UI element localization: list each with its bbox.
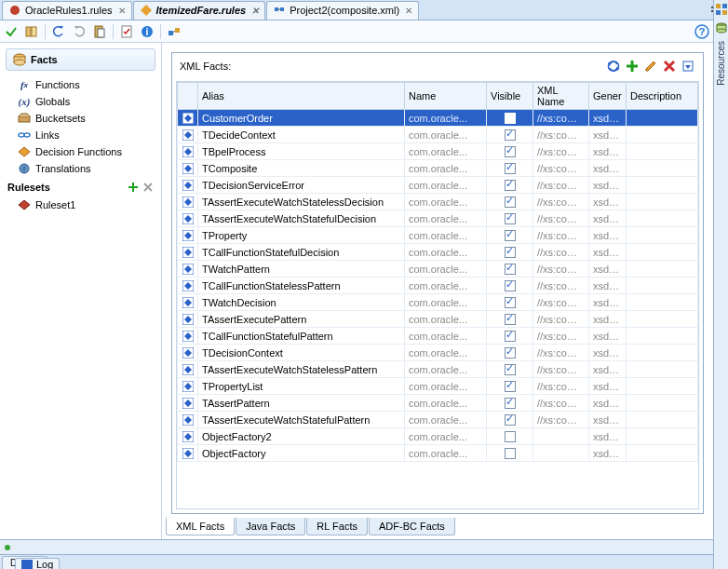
table-row[interactable]: TAssertExecuteWatchStatefulDecisioncom.o… xyxy=(178,210,698,227)
help-icon[interactable]: ? xyxy=(694,24,709,39)
table-row[interactable]: TAssertExecuteWatchStatefulPatterncom.or… xyxy=(178,412,698,428)
visible-checkbox[interactable] xyxy=(505,448,516,459)
visible-checkbox[interactable] xyxy=(505,347,516,359)
resources-icon[interactable] xyxy=(715,21,728,34)
sidebar-item-translations[interactable]: Translations xyxy=(0,160,161,177)
cell-visible[interactable] xyxy=(487,378,533,395)
visible-checkbox[interactable] xyxy=(505,264,516,275)
delete-fact-icon[interactable] xyxy=(662,59,677,74)
fact-menu-icon[interactable] xyxy=(681,59,695,74)
editor-tab[interactable]: OracleRules1.rules✕ xyxy=(2,1,132,20)
cell-visible[interactable] xyxy=(487,445,533,462)
cell-visible[interactable] xyxy=(487,395,533,412)
facts-header[interactable]: Facts xyxy=(6,48,155,71)
table-row[interactable]: TPropertyListcom.oracle...//xs:co…xsd… xyxy=(178,378,698,395)
visible-checkbox[interactable] xyxy=(505,163,516,174)
visible-checkbox[interactable] xyxy=(505,180,516,191)
edit-fact-icon[interactable] xyxy=(643,59,658,74)
col-description[interactable]: Description xyxy=(627,83,698,110)
col-alias[interactable]: Alias xyxy=(198,83,405,110)
visible-checkbox[interactable] xyxy=(505,364,516,375)
visible-checkbox[interactable] xyxy=(505,314,516,325)
table-row[interactable]: TPropertycom.oracle...//xs:co…xsd… xyxy=(178,227,698,244)
visible-checkbox[interactable] xyxy=(505,196,516,208)
visible-checkbox[interactable] xyxy=(505,280,516,291)
delete-ruleset-icon[interactable] xyxy=(142,181,154,193)
ruleset-item[interactable]: Ruleset1 xyxy=(0,196,161,213)
cell-visible[interactable] xyxy=(487,311,533,328)
editor-tab[interactable]: ItemizedFare.rules✕ xyxy=(133,1,266,20)
visible-checkbox[interactable] xyxy=(505,431,516,442)
table-row[interactable]: TAssertExecutePatterncom.oracle...//xs:c… xyxy=(178,311,698,328)
table-row[interactable]: ObjectFactorycom.oracle...xsd… xyxy=(178,445,698,462)
table-row[interactable]: TDecideContextcom.oracle...//xs:co…xsd… xyxy=(178,127,698,143)
redo-icon[interactable] xyxy=(72,24,87,39)
table-row[interactable]: TAssertExecuteWatchStatelessPatterncom.o… xyxy=(178,361,698,378)
table-row[interactable]: TBpelProcesscom.oracle...//xs:co…xsd… xyxy=(178,143,698,160)
col-generated[interactable]: Gener xyxy=(589,83,627,110)
components-icon[interactable] xyxy=(715,3,728,16)
cell-visible[interactable] xyxy=(487,412,533,428)
visible-checkbox[interactable] xyxy=(505,213,516,224)
sidebar-item-links[interactable]: Links xyxy=(0,127,161,143)
sub-tab[interactable]: RL Facts xyxy=(306,518,368,535)
table-row[interactable]: TWatchPatterncom.oracle...//xs:co…xsd… xyxy=(178,261,698,278)
table-row[interactable]: CustomerOrdercom.oracle...//xs:co…xsd… xyxy=(178,110,698,127)
col-name[interactable]: Name xyxy=(405,83,487,110)
visible-checkbox[interactable] xyxy=(505,230,516,241)
visible-checkbox[interactable] xyxy=(505,247,516,258)
close-icon[interactable]: ✕ xyxy=(251,6,259,16)
col-icon[interactable] xyxy=(178,83,198,110)
cell-visible[interactable] xyxy=(487,428,533,445)
sidebar-item-globals[interactable]: (x)Globals xyxy=(0,93,161,110)
cell-visible[interactable] xyxy=(487,177,533,194)
cell-visible[interactable] xyxy=(487,160,533,177)
cell-visible[interactable] xyxy=(487,278,533,294)
sidebar-item-bucketsets[interactable]: Bucketsets xyxy=(0,110,161,127)
verify-icon[interactable] xyxy=(119,24,134,39)
cell-visible[interactable] xyxy=(487,294,533,311)
cell-visible[interactable] xyxy=(487,328,533,345)
refresh-icon[interactable] xyxy=(606,59,621,74)
visible-checkbox[interactable] xyxy=(505,331,516,342)
sub-tab[interactable]: XML Facts xyxy=(166,518,235,535)
table-row[interactable]: TCallFunctionStatefulPatterncom.oracle..… xyxy=(178,328,698,345)
sidebar-item-decision[interactable]: Decision Functions xyxy=(0,143,161,160)
close-icon[interactable]: ✕ xyxy=(405,6,412,16)
table-row[interactable]: TCallFunctionStatefulDecisioncom.oracle.… xyxy=(178,244,698,261)
table-row[interactable]: TCallFunctionStatelessPatterncom.oracle.… xyxy=(178,278,698,294)
table-row[interactable]: TWatchDecisioncom.oracle...//xs:co…xsd… xyxy=(178,294,698,311)
cell-visible[interactable] xyxy=(487,110,533,127)
visible-checkbox[interactable] xyxy=(505,146,516,157)
sub-tab[interactable]: ADF-BC Facts xyxy=(369,518,455,535)
resources-rail-label[interactable]: Resources xyxy=(716,41,726,86)
visible-checkbox[interactable] xyxy=(505,398,516,409)
cell-visible[interactable] xyxy=(487,361,533,378)
cell-visible[interactable] xyxy=(487,127,533,143)
table-row[interactable]: TDecisionServiceErrorcom.oracle...//xs:c… xyxy=(178,177,698,194)
table-row[interactable]: ObjectFactory2com.oracle...xsd… xyxy=(178,428,698,445)
cell-visible[interactable] xyxy=(487,227,533,244)
cell-visible[interactable] xyxy=(487,194,533,210)
validate-icon[interactable] xyxy=(4,24,19,39)
col-xmlname[interactable]: XML Name xyxy=(533,83,589,110)
visible-checkbox[interactable] xyxy=(505,414,516,426)
table-row[interactable]: TCompositecom.oracle...//xs:co…xsd… xyxy=(178,160,698,177)
table-row[interactable]: TAssertPatterncom.oracle...//xs:co…xsd… xyxy=(178,395,698,412)
cell-visible[interactable] xyxy=(487,261,533,278)
close-icon[interactable]: ✕ xyxy=(118,6,126,16)
visible-checkbox[interactable] xyxy=(505,113,516,124)
sidebar-item-functions[interactable]: fxFunctions xyxy=(0,76,161,93)
configure-icon[interactable] xyxy=(167,24,182,39)
visible-checkbox[interactable] xyxy=(505,129,516,141)
dictionary-icon[interactable] xyxy=(24,24,39,39)
add-ruleset-icon[interactable] xyxy=(128,181,139,193)
cell-visible[interactable] xyxy=(487,210,533,227)
cell-visible[interactable] xyxy=(487,345,533,361)
sub-tab[interactable]: Java Facts xyxy=(236,518,305,535)
visible-checkbox[interactable] xyxy=(505,381,516,392)
add-fact-icon[interactable] xyxy=(625,59,640,74)
table-row[interactable]: TAssertExecuteWatchStatelessDecisioncom.… xyxy=(178,194,698,210)
info-icon[interactable]: i xyxy=(140,24,155,39)
undo-icon[interactable] xyxy=(51,24,66,39)
